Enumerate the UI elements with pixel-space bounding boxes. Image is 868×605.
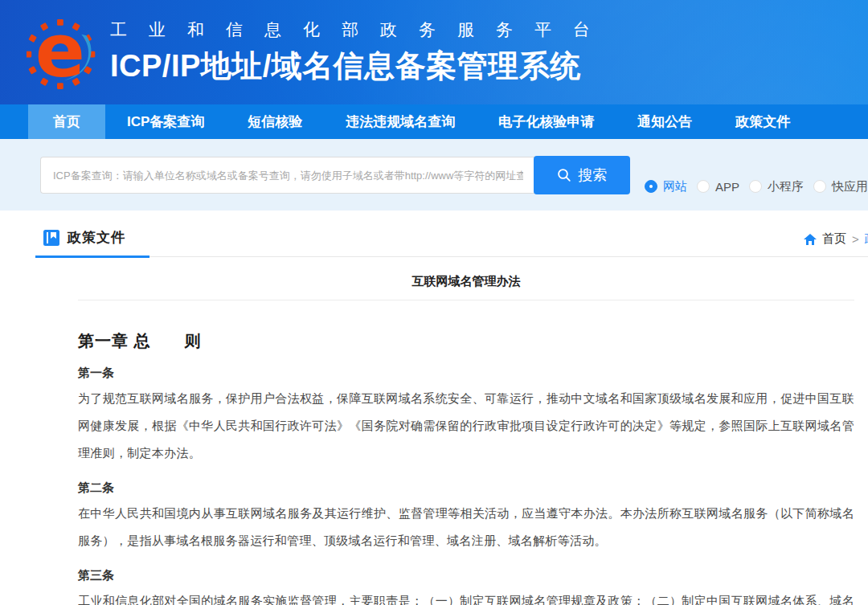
clause-1-text: 为了规范互联网域名服务，保护用户合法权益，保障互联网域名系统安全、可靠运行，推动… <box>78 385 854 467</box>
policy-file-book-icon <box>43 230 59 246</box>
svg-text:e: e <box>35 11 85 94</box>
radio-mini-program-label: 小程序 <box>768 179 804 194</box>
search-section: 搜索 网站 APP 小程序 快应用 <box>0 139 868 211</box>
home-icon <box>804 234 817 245</box>
clause-3-text: 工业和信息化部对全国的域名服务实施监督管理，主要职责是：（一）制定互联网域名管理… <box>78 587 854 605</box>
radio-selected-icon <box>645 180 657 193</box>
clause-2-heading: 第二条 <box>78 480 854 496</box>
article-title: 互联网域名管理办法 <box>78 274 854 289</box>
search-type-radio-group: 网站 APP 小程序 快应用 <box>645 179 868 194</box>
clause-3: 第三条 工业和信息化部对全国的域名服务实施监督管理，主要职责是：（一）制定互联网… <box>78 568 854 605</box>
nav-item-home[interactable]: 首页 <box>28 104 105 139</box>
nav-item-notices[interactable]: 通知公告 <box>616 104 714 139</box>
radio-unselected-icon <box>697 180 710 193</box>
nav-item-icp-query[interactable]: ICP备案查询 <box>105 104 226 139</box>
radio-app[interactable]: APP <box>697 180 739 194</box>
platform-name: 工业和信息化部政务服务平台 <box>110 18 612 41</box>
section-title-wrap: 政策文件 <box>35 228 149 258</box>
radio-website[interactable]: 网站 <box>645 179 687 194</box>
radio-quick-app[interactable]: 快应用 <box>813 179 868 194</box>
nav-item-electronic-verify[interactable]: 电子化核验申请 <box>477 104 616 139</box>
breadcrumb: 首页 > 政策文件 <box>804 231 868 247</box>
section-head: 政策文件 首页 > 政策文件 <box>35 223 868 257</box>
system-title: ICP/IP地址/域名信息备案管理系统 <box>110 46 612 87</box>
radio-quick-app-label: 快应用 <box>832 179 868 194</box>
breadcrumb-home[interactable]: 首页 <box>822 231 846 247</box>
radio-unselected-icon <box>749 180 762 193</box>
header-titles: 工业和信息化部政务服务平台 ICP/IP地址/域名信息备案管理系统 <box>110 18 612 87</box>
nav-item-illegal-domain-query[interactable]: 违法违规域名查询 <box>324 104 477 139</box>
clause-3-heading: 第三条 <box>78 568 854 583</box>
clause-2: 第二条 在中华人民共和国境内从事互联网域名服务及其运行维护、监督管理等相关活动，… <box>78 480 854 554</box>
main-nav: 首页 ICP备案查询 短信核验 违法违规域名查询 电子化核验申请 通知公告 政策… <box>0 104 868 139</box>
clause-1: 第一条 为了规范互联网域名服务，保护用户合法权益，保障互联网域名系统安全、可靠运… <box>78 366 854 467</box>
search-icon <box>557 168 571 182</box>
clause-2-text: 在中华人民共和国境内从事互联网域名服务及其运行维护、监督管理等相关活动，应当遵守… <box>78 500 854 554</box>
search-button[interactable]: 搜索 <box>534 156 630 194</box>
main-content: 政策文件 首页 > 政策文件 互联网域名管理办法 第一章 总 则 第一条 为了规… <box>0 211 868 605</box>
title-divider <box>78 300 854 300</box>
section-title: 政策文件 <box>68 228 125 247</box>
nav-item-sms-verify[interactable]: 短信核验 <box>226 104 324 139</box>
search-button-label: 搜索 <box>578 166 607 185</box>
nav-item-policy-files[interactable]: 政策文件 <box>714 104 812 139</box>
breadcrumb-current[interactable]: 政策文件 <box>865 231 868 247</box>
clause-1-heading: 第一条 <box>78 366 854 381</box>
miit-gear-e-logo-icon: e <box>27 11 99 95</box>
radio-app-label: APP <box>715 180 739 194</box>
chapter-heading: 第一章 总 则 <box>78 330 854 352</box>
search-input[interactable] <box>40 157 535 194</box>
radio-website-label: 网站 <box>663 179 687 194</box>
breadcrumb-separator: > <box>852 232 859 246</box>
site-header: e 工业和信息化部政务服务平台 ICP/IP地址/域名信息备案管理系统 <box>0 0 868 104</box>
radio-unselected-icon <box>813 180 826 193</box>
radio-mini-program[interactable]: 小程序 <box>749 179 804 194</box>
policy-article: 互联网域名管理办法 第一章 总 则 第一条 为了规范互联网域名服务，保护用户合法… <box>78 274 854 605</box>
